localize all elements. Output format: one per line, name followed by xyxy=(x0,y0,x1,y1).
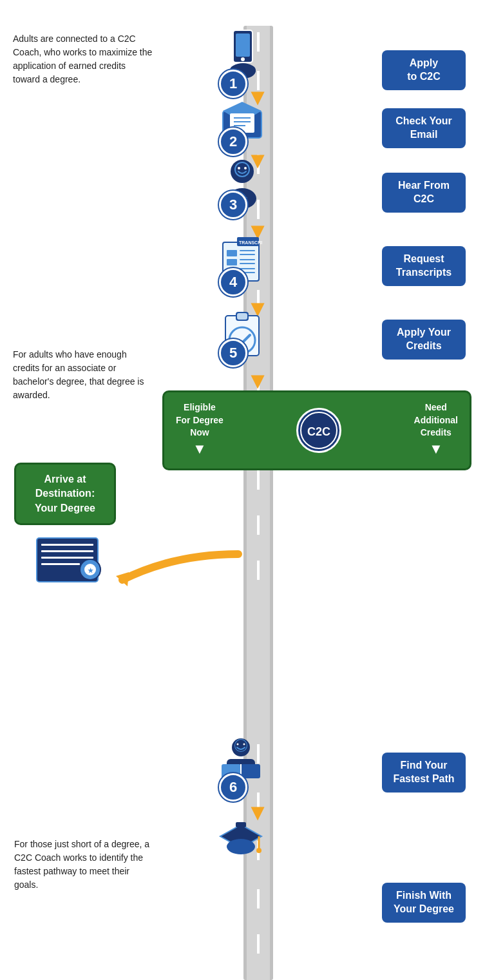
svg-point-55 xyxy=(227,839,255,854)
svg-rect-27 xyxy=(240,263,255,264)
certificate-icon: ★ xyxy=(33,535,111,586)
step2-number: 2 xyxy=(219,128,247,156)
step1-label: Applyto C2C xyxy=(382,50,466,90)
svg-marker-44 xyxy=(116,572,129,586)
step6-label: Find YourFastest Path xyxy=(382,753,466,793)
svg-point-14 xyxy=(238,167,240,169)
step2-label: Check YourEmail xyxy=(382,108,466,148)
eligible-section: EligibleFor DegreeNow ▼ xyxy=(176,401,223,459)
svg-rect-1 xyxy=(236,34,250,57)
svg-rect-21 xyxy=(227,250,237,256)
step4-label: RequestTranscripts xyxy=(382,246,466,286)
step1-number: 1 xyxy=(219,70,247,98)
step4-number: 4 xyxy=(219,268,247,296)
step5-label: Apply YourCredits xyxy=(382,320,466,360)
svg-rect-40 xyxy=(41,563,80,565)
svg-text:C2C: C2C xyxy=(307,425,330,438)
svg-point-2 xyxy=(241,57,245,61)
need-section: NeedAdditionalCredits ▼ xyxy=(414,401,458,459)
svg-text:TRANSCRI: TRANSCRI xyxy=(239,240,262,245)
c2c-logo: C2C xyxy=(296,408,341,453)
step7-label: Finish WithYour Degree xyxy=(382,883,466,923)
svg-rect-25 xyxy=(240,254,255,255)
svg-point-15 xyxy=(244,167,247,169)
curved-arrow xyxy=(109,548,251,599)
intro-text: Adults are connected to a C2C Coach, who… xyxy=(13,32,155,86)
arrive-box: Arrive atDestination:Your Degree xyxy=(14,463,116,525)
page: Adults are connected to a C2C Coach, who… xyxy=(0,0,485,980)
svg-point-57 xyxy=(256,848,262,853)
svg-rect-58 xyxy=(236,822,246,827)
svg-point-49 xyxy=(243,744,245,745)
left-text-2: For adults who have enough credits for a… xyxy=(13,348,155,402)
step3-label: Hear FromC2C xyxy=(382,173,466,213)
svg-rect-22 xyxy=(227,259,237,265)
svg-rect-26 xyxy=(240,259,255,260)
svg-point-48 xyxy=(237,744,239,745)
step6-number: 6 xyxy=(219,773,247,802)
svg-rect-38 xyxy=(41,550,93,552)
svg-rect-37 xyxy=(41,544,93,546)
bottom-text: For those just short of a degree, a C2C … xyxy=(14,838,156,892)
svg-rect-32 xyxy=(237,313,247,320)
svg-rect-39 xyxy=(41,557,93,559)
step3-number: 3 xyxy=(219,191,247,219)
c2c-banner: EligibleFor DegreeNow ▼ C2C NeedAddition… xyxy=(162,390,471,470)
step5-number: 5 xyxy=(219,339,247,367)
svg-text:★: ★ xyxy=(88,567,94,574)
svg-rect-24 xyxy=(240,250,255,251)
step7-icon xyxy=(218,817,264,869)
